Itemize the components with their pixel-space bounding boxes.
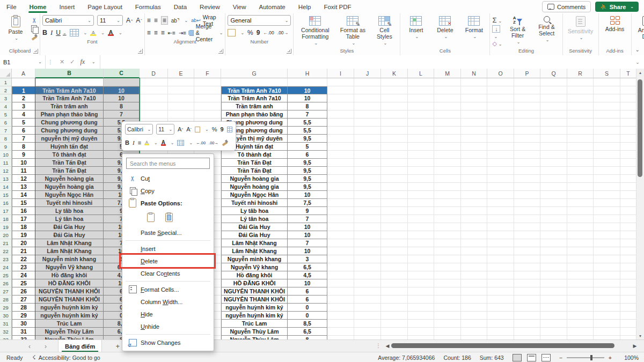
- cell-A22[interactable]: 21: [12, 247, 35, 255]
- align-top-icon[interactable]: ≡: [147, 17, 151, 24]
- cell-R24[interactable]: [567, 263, 594, 271]
- row-header-1[interactable]: 1: [0, 78, 12, 86]
- cell-I27[interactable]: [327, 287, 354, 295]
- cell-O23[interactable]: [487, 255, 514, 263]
- row-header-3[interactable]: 3: [0, 94, 12, 102]
- cell-S2[interactable]: [594, 86, 620, 94]
- ribbon-tab-file[interactable]: File: [0, 0, 23, 13]
- cell-S21[interactable]: [594, 239, 620, 247]
- row-header-29[interactable]: 29: [0, 304, 12, 312]
- cell-G16[interactable]: Tuyết nhi hinoshi: [221, 199, 288, 207]
- cell-S32[interactable]: [594, 328, 620, 336]
- cell-J25[interactable]: [354, 271, 381, 279]
- cell-L15[interactable]: [408, 191, 434, 199]
- cell-N32[interactable]: [461, 328, 487, 336]
- borders-icon[interactable]: [70, 29, 79, 36]
- cell-T24[interactable]: [620, 263, 636, 271]
- comments-button[interactable]: Comments: [542, 1, 591, 12]
- cell-S29[interactable]: [594, 304, 620, 312]
- cell-M32[interactable]: [434, 328, 461, 336]
- cell-I1[interactable]: [327, 78, 354, 86]
- cell-T1[interactable]: [620, 78, 636, 86]
- cell-T15[interactable]: [620, 191, 636, 199]
- cell-S20[interactable]: [594, 231, 620, 239]
- row-header-12[interactable]: 12: [0, 167, 12, 175]
- cell-B11[interactable]: Trần Tấn Đạt: [35, 159, 104, 167]
- cell-J21[interactable]: [354, 239, 381, 247]
- row-header-23[interactable]: 23: [0, 255, 12, 263]
- cell-Q22[interactable]: [540, 247, 567, 255]
- horizontal-scrollbar[interactable]: ⋮ ◀ ▶: [376, 341, 639, 350]
- cell-I28[interactable]: [327, 295, 354, 304]
- cell-T9[interactable]: [620, 143, 636, 151]
- sort-filter-button[interactable]: AZ Sort & Filter⌄: [504, 15, 531, 46]
- column-header-I[interactable]: I: [327, 69, 354, 78]
- cell-L13[interactable]: [408, 175, 434, 183]
- mini-borders-icon[interactable]: [177, 140, 184, 146]
- cell-G5[interactable]: Phan phạn thảo băng: [221, 110, 288, 119]
- cell-N2[interactable]: [461, 86, 487, 94]
- cell-G14[interactable]: Nguyễn hoàng gia: [221, 183, 288, 191]
- cell-P33[interactable]: [514, 336, 540, 339]
- cell-G32[interactable]: Nguyễn Thùy Lâm: [221, 328, 288, 336]
- cell-I2[interactable]: [327, 86, 354, 94]
- dialog-launcher-icon[interactable]: [218, 49, 223, 54]
- cell-H5[interactable]: 7: [288, 110, 327, 119]
- page-layout-view-icon[interactable]: [527, 354, 536, 361]
- font-name-select[interactable]: Calibri⌄: [42, 15, 94, 26]
- cell-H27[interactable]: 6: [288, 287, 327, 295]
- cell-H7[interactable]: 5,5: [288, 127, 327, 135]
- cell-M8[interactable]: [434, 135, 461, 143]
- cell-H30[interactable]: 0: [288, 312, 327, 320]
- menu-item-paste-options[interactable]: Paste Options:: [122, 197, 214, 209]
- conditional-formatting-button[interactable]: Conditional Formatting ⌄: [296, 15, 334, 47]
- cell-P2[interactable]: [514, 86, 540, 94]
- cell-M5[interactable]: [434, 110, 461, 119]
- cell-T16[interactable]: [620, 199, 636, 207]
- cell-O6[interactable]: [487, 119, 514, 127]
- cell-E3[interactable]: [168, 94, 194, 102]
- row-header-18[interactable]: 18: [0, 215, 12, 223]
- column-header-L[interactable]: L: [408, 69, 434, 78]
- row-header-30[interactable]: 30: [0, 312, 12, 320]
- cell-T6[interactable]: [620, 119, 636, 127]
- cell-A13[interactable]: 12: [12, 175, 35, 183]
- row-header-31[interactable]: 31: [0, 320, 12, 328]
- mini-bold-button[interactable]: B: [125, 139, 129, 146]
- row-header-25[interactable]: 25: [0, 271, 12, 279]
- cell-A27[interactable]: 26: [12, 287, 35, 295]
- cell-Q21[interactable]: [540, 239, 567, 247]
- cell-R21[interactable]: [567, 239, 594, 247]
- cell-O16[interactable]: [487, 199, 514, 207]
- cell-A2[interactable]: 1: [12, 86, 35, 94]
- align-center-icon[interactable]: ≡: [154, 29, 158, 36]
- cell-G31[interactable]: Trúc Lam: [221, 320, 288, 328]
- cell-M4[interactable]: [434, 102, 461, 110]
- cell-H23[interactable]: 3: [288, 255, 327, 263]
- cell-H25[interactable]: 4,5: [288, 271, 327, 279]
- cell-P25[interactable]: [514, 271, 540, 279]
- cell-S1[interactable]: [594, 78, 620, 86]
- cell-P1[interactable]: [514, 78, 540, 86]
- mini-accounting-icon[interactable]: [195, 127, 200, 132]
- cell-G20[interactable]: Đái Gia Huy: [221, 231, 288, 239]
- cell-G25[interactable]: Hồ đăng khôi: [221, 271, 288, 279]
- cell-N8[interactable]: [461, 135, 487, 143]
- cell-H32[interactable]: 6,5: [288, 328, 327, 336]
- cell-T30[interactable]: [620, 312, 636, 320]
- paste-keep-formatting-icon[interactable]: [144, 210, 158, 224]
- cell-T26[interactable]: [620, 279, 636, 287]
- cell-L22[interactable]: [408, 247, 434, 255]
- mini-increase-decimal-icon[interactable]: ←.00: [196, 141, 206, 145]
- cell-K26[interactable]: [381, 279, 408, 287]
- cell-H29[interactable]: 0: [288, 304, 327, 312]
- cell-J3[interactable]: [354, 94, 381, 102]
- cell-T10[interactable]: [620, 151, 636, 159]
- copy-icon[interactable]: [31, 25, 37, 32]
- cell-P27[interactable]: [514, 287, 540, 295]
- cell-B14[interactable]: Nguyễn hoàng gia: [35, 183, 104, 191]
- cell-Q4[interactable]: [540, 102, 567, 110]
- cell-L9[interactable]: [408, 143, 434, 151]
- chevron-down-icon[interactable]: ⌄: [84, 31, 87, 35]
- cell-M25[interactable]: [434, 271, 461, 279]
